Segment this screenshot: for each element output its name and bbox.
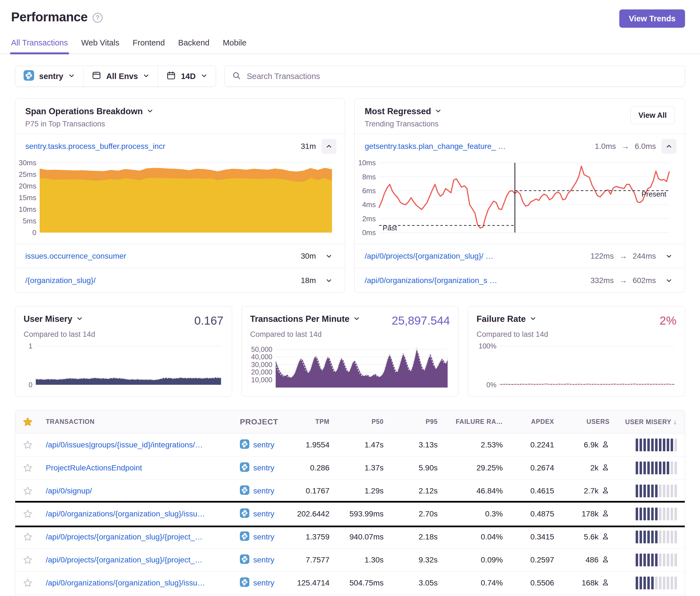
- chevron-down-icon: [143, 72, 149, 81]
- transaction-link[interactable]: /{organization_slug}/: [25, 276, 294, 285]
- project-link[interactable]: sentry: [253, 533, 274, 541]
- column-header-user-misery[interactable]: USER MISERY ↓: [613, 418, 685, 426]
- most-regressed-title: Most Regressed: [365, 106, 431, 116]
- column-header-transaction[interactable]: TRANSACTION: [40, 418, 234, 425]
- tab-backend[interactable]: Backend: [178, 38, 209, 53]
- svg-text:0: 0: [32, 228, 36, 237]
- view-all-button[interactable]: View All: [630, 106, 675, 124]
- project-link[interactable]: sentry: [253, 510, 274, 518]
- metric-card-failure-rate: Failure Rate2%Compared to last 14d100%0%: [468, 306, 685, 397]
- misery-bar-empty: [659, 508, 661, 520]
- environment-icon: [92, 71, 101, 82]
- search-input[interactable]: [247, 72, 678, 81]
- help-icon[interactable]: ?: [93, 13, 103, 23]
- misery-bar-empty: [659, 553, 661, 566]
- metric-title-dropdown[interactable]: User Misery: [24, 314, 83, 324]
- project-link[interactable]: sentry: [253, 464, 274, 472]
- tpm-cell: 0.1767: [293, 487, 333, 495]
- star-icon[interactable]: [15, 440, 40, 450]
- svg-text:30,000: 30,000: [251, 361, 272, 368]
- star-icon[interactable]: [15, 532, 40, 542]
- metric-title: Failure Rate: [476, 314, 526, 324]
- tab-frontend[interactable]: Frontend: [132, 38, 165, 53]
- user-icon: [601, 440, 609, 450]
- misery-bar-empty: [674, 485, 677, 497]
- transaction-link[interactable]: /api/0/issues|groups/{issue_id}/integrat…: [46, 440, 228, 449]
- project-link[interactable]: sentry: [253, 555, 274, 564]
- view-trends-button[interactable]: View Trends: [619, 9, 685, 28]
- misery-bar-empty: [663, 577, 665, 589]
- expand-row-button[interactable]: [661, 249, 676, 264]
- transaction-link[interactable]: /api/0/organizations/{organization_slug}…: [46, 578, 228, 588]
- filter-bar: sentry All Envs 14D: [15, 66, 685, 87]
- column-header-tpm[interactable]: TPM: [293, 418, 333, 425]
- svg-text:0%: 0%: [486, 381, 496, 389]
- transaction-link[interactable]: /api/0/organizations/{organization_s …: [365, 276, 584, 285]
- column-header-project[interactable]: PROJECT: [234, 417, 293, 426]
- environment-selector[interactable]: All Envs: [83, 66, 158, 86]
- collapse-row-button[interactable]: [321, 139, 336, 154]
- user-icon: [601, 578, 609, 588]
- project-cell: sentry: [234, 577, 293, 589]
- column-header-p95[interactable]: P95: [387, 418, 441, 425]
- star-icon[interactable]: [15, 463, 40, 473]
- failure-rate-cell: 0.74%: [441, 578, 506, 588]
- column-header-users[interactable]: USERS: [557, 418, 613, 425]
- misery-bar-empty: [659, 485, 661, 497]
- transaction-link[interactable]: getsentry.tasks.plan_change_feature_ …: [365, 142, 588, 151]
- tab-all-transactions[interactable]: All Transactions: [11, 38, 68, 53]
- star-icon[interactable]: [15, 486, 40, 496]
- misery-bar-empty: [663, 553, 665, 566]
- transaction-link[interactable]: /api/0/projects/{organization_slug}/ …: [365, 252, 584, 261]
- date-range-selector[interactable]: 14D: [158, 66, 216, 86]
- column-header-p50[interactable]: P50: [333, 418, 387, 425]
- star-icon[interactable]: [15, 578, 40, 588]
- python-project-icon: [24, 70, 34, 83]
- project-link[interactable]: sentry: [253, 440, 274, 449]
- misery-bar-filled: [636, 553, 638, 566]
- user-misery-bars: [613, 530, 685, 543]
- collapse-row-button[interactable]: [661, 139, 676, 154]
- transaction-link[interactable]: /api/0/projects/{organization_slug}/{pro…: [46, 533, 228, 541]
- tab-web-vitals[interactable]: Web Vitals: [81, 38, 120, 53]
- expand-row-button[interactable]: [321, 249, 336, 264]
- span-operations-dropdown[interactable]: Span Operations Breakdown: [25, 106, 153, 116]
- transaction-link[interactable]: ProjectRuleActionsEndpoint: [46, 464, 228, 472]
- project-selector[interactable]: sentry: [15, 66, 83, 86]
- misery-bar-filled: [655, 462, 657, 474]
- row-values: 122ms→244ms: [591, 249, 676, 264]
- svg-text:15ms: 15ms: [19, 193, 36, 202]
- p95-cell: 2.12s: [387, 487, 441, 495]
- user-icon: [601, 463, 609, 473]
- misery-bar-filled: [640, 577, 642, 589]
- project-link[interactable]: sentry: [253, 578, 274, 588]
- expand-row-button[interactable]: [321, 273, 336, 288]
- python-project-icon: [240, 509, 249, 520]
- metric-title-dropdown[interactable]: Transactions Per Minute: [250, 314, 360, 324]
- tab-mobile[interactable]: Mobile: [223, 38, 246, 53]
- most-regressed-dropdown[interactable]: Most Regressed: [365, 106, 442, 116]
- p95-cell: 2.70s: [387, 510, 441, 518]
- star-icon[interactable]: [15, 509, 40, 519]
- metric-title-dropdown[interactable]: Failure Rate: [476, 314, 536, 324]
- transaction-link[interactable]: /api/0/organizations/{organization_slug}…: [46, 510, 228, 518]
- key-transactions-star-icon[interactable]: [15, 416, 40, 427]
- svg-text:0: 0: [29, 381, 32, 389]
- expand-row-button[interactable]: [661, 273, 676, 288]
- column-header-apdex[interactable]: APDEX: [506, 418, 557, 425]
- transaction-link[interactable]: /api/0/projects/{organization_slug}/{pro…: [46, 555, 228, 564]
- misery-bar-filled: [640, 530, 642, 543]
- transaction-link[interactable]: /api/0/signup/: [46, 487, 228, 495]
- transaction-link[interactable]: sentry.tasks.process_buffer.process_incr: [25, 142, 294, 151]
- column-header-failure-ra-[interactable]: FAILURE RA…: [441, 418, 506, 425]
- search-transactions-box: [224, 66, 685, 87]
- transaction-link[interactable]: issues.occurrence_consumer: [25, 252, 294, 261]
- p95-cell: 9.32s: [387, 555, 441, 564]
- user-misery-bars: [613, 439, 685, 451]
- project-link[interactable]: sentry: [253, 487, 274, 495]
- users-count: 6.9k: [584, 440, 599, 449]
- arrow-right-icon: →: [622, 142, 629, 151]
- row-values: 31m: [301, 139, 336, 154]
- misery-bar-filled: [640, 553, 642, 566]
- star-icon[interactable]: [15, 555, 40, 565]
